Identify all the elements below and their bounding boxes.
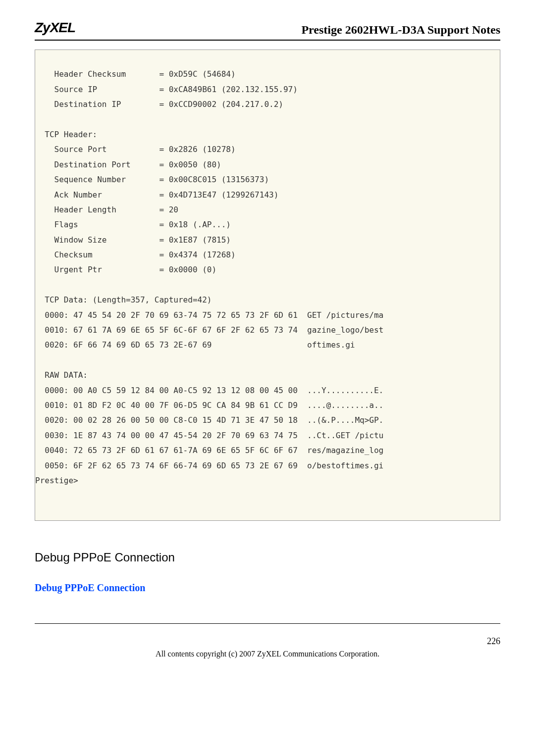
page-title: Prestige 2602HWL-D3A Support Notes bbox=[301, 23, 500, 39]
page-footer: 226 All contents copyright (c) 2007 ZyXE… bbox=[35, 623, 500, 658]
packet-dump-text: Header Checksum = 0xD59C (54684) Source … bbox=[35, 65, 500, 490]
copyright-line: All contents copyright (c) 2007 ZyXEL Co… bbox=[35, 650, 500, 658]
page-number: 226 bbox=[35, 636, 500, 647]
section-heading-debug-pppoe: Debug PPPoE Connection bbox=[35, 551, 500, 564]
packet-dump-block: Header Checksum = 0xD59C (54684) Source … bbox=[35, 50, 500, 521]
page-header: ZyXEL Prestige 2602HWL-D3A Support Notes bbox=[35, 20, 500, 41]
subheading-debug-pppoe: Debug PPPoE Connection bbox=[35, 582, 500, 594]
brand-logo: ZyXEL bbox=[35, 20, 75, 39]
